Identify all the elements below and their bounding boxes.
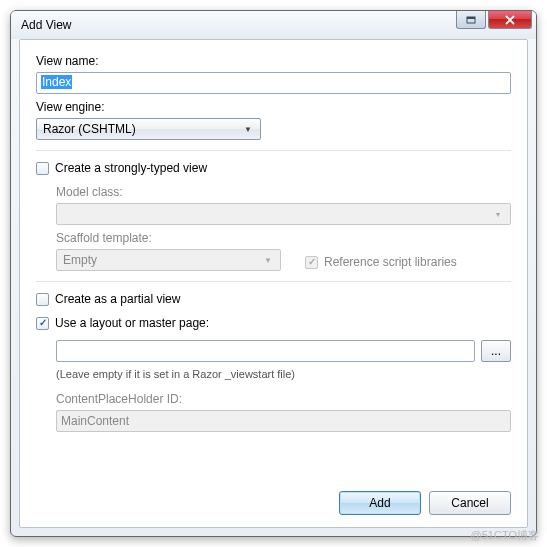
view-engine-select[interactable]: Razor (CSHTML) ▼ [36,118,261,140]
dialog-content: View name: Index View engine: Razor (CSH… [19,39,528,528]
use-layout-label: Use a layout or master page: [55,316,209,330]
minimize-button[interactable] [456,11,486,29]
window-title: Add View [21,18,71,32]
view-engine-label: View engine: [36,100,511,114]
cph-input [56,410,511,432]
cancel-button[interactable]: Cancel [429,491,511,515]
scaffold-label: Scaffold template: [56,231,281,245]
titlebar[interactable]: Add View [11,11,536,39]
view-engine-value: Razor (CSHTML) [43,122,136,136]
divider [36,281,511,282]
partial-view-checkbox[interactable] [36,293,49,306]
divider [36,150,511,151]
browse-button[interactable]: ... [481,340,511,362]
add-button[interactable]: Add [339,491,421,515]
close-button[interactable] [488,11,532,29]
svg-rect-1 [467,17,475,19]
chevron-down-icon: ▼ [240,121,256,137]
view-name-input[interactable]: Index [36,72,511,94]
window-buttons [456,11,532,29]
ref-script-checkbox [305,256,318,269]
model-class-label: Model class: [56,185,511,199]
strongly-typed-label: Create a strongly-typed view [55,161,207,175]
cph-label: ContentPlaceHolder ID: [56,392,511,406]
ref-script-label: Reference script libraries [324,255,457,269]
dialog-footer: Add Cancel [339,491,511,515]
layout-path-input[interactable] [56,340,475,362]
use-layout-checkbox[interactable] [36,317,49,330]
model-class-select: ▾ [56,203,511,225]
chevron-down-icon: ▾ [490,206,506,222]
strongly-typed-checkbox[interactable] [36,162,49,175]
layout-note: (Leave empty if it is set in a Razor _vi… [56,368,511,380]
watermark: @51CTO博客 [471,528,539,543]
scaffold-select: Empty ▼ [56,249,281,271]
view-name-label: View name: [36,54,511,68]
chevron-down-icon: ▼ [260,252,276,268]
dialog-window: Add View View name: Index View engine: R… [10,10,537,537]
partial-view-label: Create as a partial view [55,292,180,306]
